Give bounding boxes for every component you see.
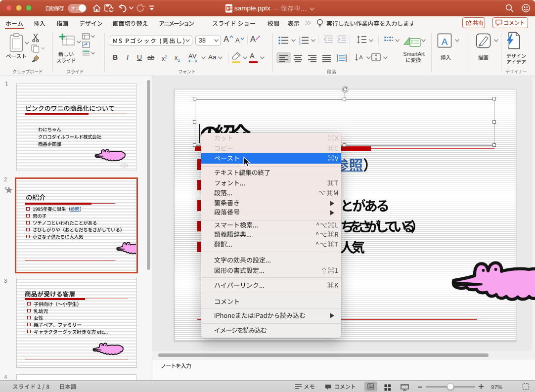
svg-text:A: A [359,54,363,60]
svg-text:P: P [227,6,230,11]
svg-text:3: 3 [299,42,301,45]
svg-text:A: A [442,37,448,47]
